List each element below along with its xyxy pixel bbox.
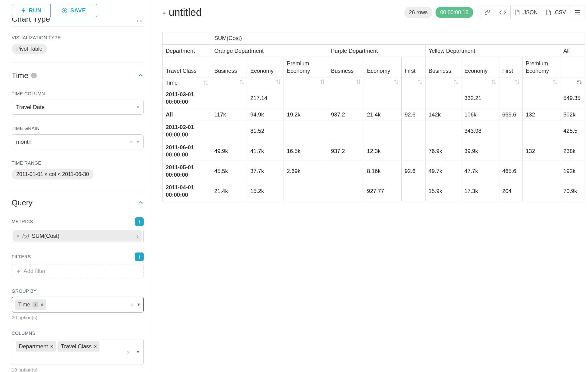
add-filter-plus-button[interactable]: + bbox=[135, 253, 144, 261]
add-metric-button[interactable]: + bbox=[135, 217, 144, 226]
metrics-label-row: METRICS + bbox=[12, 217, 144, 226]
metric-control[interactable]: × f(x) SUM(Cost) › bbox=[12, 229, 144, 243]
sort-icon[interactable] bbox=[203, 80, 208, 86]
sort-icon[interactable] bbox=[552, 79, 557, 85]
sort-cell bbox=[364, 77, 402, 88]
chevron-up-icon[interactable] bbox=[137, 200, 144, 206]
sort-cell bbox=[284, 77, 328, 88]
sort-cell bbox=[402, 77, 426, 88]
sort-row: Time bbox=[163, 77, 585, 88]
sort-cell bbox=[211, 77, 247, 88]
chart-title[interactable]: - untitled bbox=[162, 7, 202, 18]
department-label-cell: Department bbox=[163, 44, 211, 57]
sort-cell bbox=[426, 77, 461, 88]
table-row: 2011-03-01 00:00:00217.14332.21549.35 bbox=[163, 88, 585, 108]
remove-tag-icon[interactable]: × bbox=[50, 344, 53, 349]
data-cell bbox=[364, 121, 402, 141]
copy-link-button[interactable] bbox=[480, 6, 495, 19]
pivot-body: 2011-03-01 00:00:00217.14332.21549.35All… bbox=[163, 88, 585, 201]
sort-icon[interactable] bbox=[453, 79, 458, 85]
save-button-label: SAVE bbox=[70, 7, 86, 14]
chevron-clipped-icon: •• bbox=[137, 18, 144, 24]
chevron-down-icon[interactable]: ▾ bbox=[137, 104, 139, 110]
group-header-cell: Purple Department bbox=[328, 44, 426, 57]
columns-select[interactable]: Department × Travel Class × × ▾ bbox=[12, 339, 144, 365]
column-header-cell: First bbox=[402, 57, 426, 77]
data-cell bbox=[499, 141, 523, 161]
chart-type-heading: Chart Type bbox=[12, 18, 50, 24]
time-column-select[interactable]: Travel Date ▾ bbox=[12, 100, 144, 115]
data-cell: 47.7k bbox=[461, 161, 499, 181]
save-button[interactable]: SAVE bbox=[51, 4, 97, 17]
sort-cell bbox=[461, 77, 499, 88]
export-csv-button[interactable]: .CSV bbox=[542, 6, 570, 19]
chevron-up-icon[interactable] bbox=[137, 73, 144, 79]
data-cell bbox=[284, 121, 328, 141]
group-by-select[interactable]: Time i × × ▾ bbox=[12, 297, 144, 312]
column-header-cell: Economy bbox=[461, 57, 499, 77]
row-header-cell: 2011-04-01 00:00:00 bbox=[163, 181, 211, 201]
remove-tag-icon[interactable]: × bbox=[41, 302, 43, 307]
file-icon bbox=[515, 10, 520, 15]
chevron-down-icon[interactable]: ▾ bbox=[137, 349, 139, 355]
data-cell bbox=[328, 88, 364, 108]
control-panel-sidebar: RUN SAVE Chart Type •• VISUALIZATION TYP… bbox=[0, 0, 151, 372]
view-query-button[interactable] bbox=[495, 6, 511, 19]
sort-icon[interactable] bbox=[515, 79, 520, 85]
filters-label: FILTERS bbox=[12, 254, 31, 259]
add-filter-button[interactable]: + Add filter bbox=[12, 264, 144, 278]
remove-metric-icon[interactable]: × bbox=[17, 233, 20, 239]
run-button-label: RUN bbox=[29, 7, 42, 14]
time-grain-select[interactable]: month × ▾ bbox=[12, 134, 144, 149]
link-icon bbox=[484, 9, 491, 16]
metric-pill[interactable]: × f(x) SUM(Cost) › bbox=[13, 230, 142, 242]
export-json-button[interactable]: .JSON bbox=[510, 6, 542, 19]
clear-icon[interactable]: × bbox=[130, 138, 133, 145]
time-range-value[interactable]: 2011-01-01 ≤ col < 2011-06-30 bbox=[12, 169, 94, 180]
sort-icon[interactable] bbox=[394, 79, 399, 85]
data-cell: 217.14 bbox=[247, 88, 284, 108]
sort-icon[interactable] bbox=[320, 79, 325, 85]
add-filter-label: Add filter bbox=[23, 268, 46, 274]
run-button[interactable]: RUN bbox=[12, 4, 51, 17]
sort-desc-icon[interactable] bbox=[577, 79, 582, 85]
sort-icon[interactable] bbox=[418, 79, 422, 85]
chevron-down-icon[interactable]: ▾ bbox=[137, 302, 140, 308]
data-cell bbox=[523, 88, 560, 108]
clear-icon[interactable]: × bbox=[127, 349, 130, 356]
column-header-cell bbox=[560, 57, 585, 77]
clear-icon[interactable]: × bbox=[130, 301, 134, 308]
data-cell: 92.6 bbox=[402, 108, 426, 121]
query-timer-badge: 00:00:00.18 bbox=[436, 7, 473, 18]
sort-icon[interactable] bbox=[239, 79, 244, 85]
chevron-right-icon[interactable]: › bbox=[136, 232, 139, 240]
sort-icon[interactable] bbox=[276, 79, 281, 85]
info-icon: i bbox=[31, 73, 37, 78]
visualization-type-value[interactable]: Pivot Table bbox=[12, 44, 47, 54]
remove-tag-icon[interactable]: × bbox=[94, 344, 97, 349]
time-range-label: TIME RANGE bbox=[12, 160, 144, 166]
sort-icon[interactable] bbox=[491, 79, 496, 85]
group-by-tag[interactable]: Time i × bbox=[15, 299, 46, 310]
metric-header-row: SUM(Cost) bbox=[163, 32, 585, 45]
column-tag[interactable]: Travel Class × bbox=[58, 341, 99, 351]
file-icon bbox=[546, 10, 551, 15]
column-tag[interactable]: Department × bbox=[16, 341, 56, 351]
metrics-label: METRICS bbox=[12, 219, 33, 224]
sort-icon[interactable] bbox=[356, 79, 361, 85]
data-cell bbox=[284, 181, 328, 201]
data-cell: 132 bbox=[523, 108, 560, 121]
column-tag-label: Department bbox=[19, 343, 48, 350]
menu-button[interactable] bbox=[570, 6, 585, 19]
data-cell: 332.21 bbox=[461, 88, 499, 108]
columns-option-count: 19 option(s) bbox=[12, 367, 144, 372]
pivot-header: SUM(Cost)DepartmentOrange DepartmentPurp… bbox=[163, 32, 585, 88]
chevron-down-icon[interactable]: ▾ bbox=[137, 139, 139, 145]
function-icon: f(x) bbox=[22, 234, 29, 239]
data-cell: 49.7k bbox=[426, 161, 461, 181]
data-cell: 343.98 bbox=[461, 121, 499, 141]
data-cell: 15.2k bbox=[247, 181, 284, 201]
data-cell bbox=[523, 181, 560, 201]
table-row: All117k94.9k19.2k937.221.4k92.6142k106k6… bbox=[163, 108, 585, 121]
department-header-row: DepartmentOrange DepartmentPurple Depart… bbox=[163, 44, 585, 57]
